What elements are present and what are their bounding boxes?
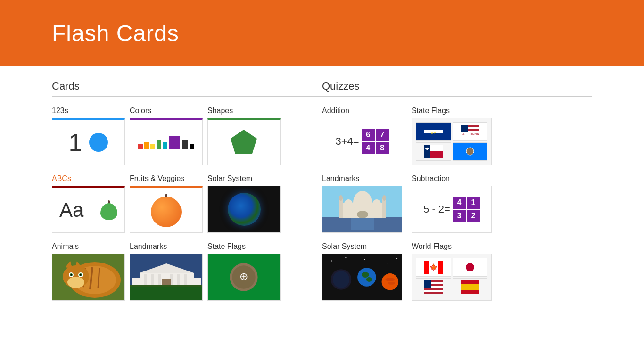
answer-4: 4 <box>362 142 375 154</box>
svg-rect-45 <box>424 145 430 158</box>
quiz-item-subtraction[interactable]: Subtraction 5 - 2= 4 1 3 2 <box>412 174 492 233</box>
subtraction-equation: 5 - 2= <box>423 203 450 215</box>
cs-orange <box>144 142 149 149</box>
flag-canada: 🍁 <box>416 258 451 277</box>
app-container: Flash Cards Cards 123s 1 Colors <box>0 0 644 324</box>
card-item-shapes[interactable]: Shapes <box>207 107 281 165</box>
svg-point-66 <box>364 259 365 260</box>
card-label-animals: Animals <box>52 242 125 251</box>
card-item-123s[interactable]: 123s 1 <box>52 107 125 165</box>
card-thumb-solar[interactable] <box>207 186 281 233</box>
cs-red <box>138 144 143 149</box>
svg-point-65 <box>345 257 346 258</box>
flag-usa <box>416 278 451 297</box>
sub-answer-2: 2 <box>467 210 480 222</box>
cs-green <box>157 140 161 149</box>
cs-black <box>190 144 194 149</box>
svg-marker-0 <box>231 130 257 154</box>
quiz-thumb-addition[interactable]: 3+4= 6 7 4 8 <box>322 118 402 165</box>
aa-text: Aa <box>59 199 83 222</box>
landmarks-quiz-icon <box>322 186 402 233</box>
app-title: Flash Cards <box>52 20 179 46</box>
svg-point-56 <box>372 199 381 213</box>
quiz-item-addition[interactable]: Addition 3+4= 6 7 4 8 <box>322 107 402 165</box>
quiz-item-landmarks[interactable]: Landmarks <box>322 174 402 233</box>
flag-cell-ca: CALIFORNIA <box>453 122 488 141</box>
card-label-colors: Colors <box>130 107 203 115</box>
flag-cell-tx <box>416 142 451 161</box>
svg-rect-19 <box>130 285 203 301</box>
card-item-stateflags[interactable]: State Flags ⊕ <box>207 242 281 301</box>
card-item-landmarks[interactable]: Landmarks <box>130 242 203 301</box>
quiz-thumb-subtraction[interactable]: 5 - 2= 4 1 3 2 <box>412 186 492 233</box>
card-thumb-fruits[interactable] <box>130 186 203 233</box>
card-thumb-landmarks[interactable] <box>130 254 203 301</box>
svg-point-75 <box>385 278 395 281</box>
wa-flag-icon: ⊕ <box>208 254 280 301</box>
quizzes-section: Quizzes Addition 3+4= 6 7 4 8 <box>322 80 592 310</box>
quiz-thumb-worldflags[interactable]: 🍁 <box>412 254 492 301</box>
card-thumb-shapes[interactable] <box>207 118 281 165</box>
cs-dark <box>182 140 188 149</box>
quiz-label-addition: Addition <box>322 107 402 115</box>
svg-point-76 <box>388 282 395 285</box>
content-area: Cards 123s 1 Colors <box>0 66 644 324</box>
answer-6: 6 <box>362 129 375 141</box>
svg-text:CALIFORNIA: CALIFORNIA <box>461 132 479 136</box>
card-item-solar[interactable]: Solar System <box>207 174 281 233</box>
svg-point-67 <box>387 263 388 263</box>
quiz-label-worldflags: World Flags <box>412 242 492 251</box>
quiz-item-worldflags[interactable]: World Flags 🍁 <box>412 242 492 301</box>
card-label-fruits: Fruits & Veggies <box>130 174 203 183</box>
quiz-label-solar: Solar System <box>322 242 402 251</box>
quizzes-grid: Addition 3+4= 6 7 4 8 State Flags <box>322 107 592 310</box>
card-thumb-animals[interactable] <box>52 254 125 301</box>
addition-equation: 3+4= <box>335 135 359 148</box>
quiz-item-stateflags[interactable]: State Flags WV CALIFORNIA <box>412 107 492 165</box>
quiz-thumb-solar[interactable] <box>322 254 402 301</box>
svg-text:⊕: ⊕ <box>239 271 248 282</box>
card-item-abcs[interactable]: ABCs Aa <box>52 174 125 233</box>
card-label-abcs: ABCs <box>52 174 125 183</box>
svg-point-17 <box>80 274 82 276</box>
card-item-colors[interactable]: Colors <box>130 107 203 165</box>
flag-cell-wv: WV <box>416 122 451 141</box>
cs-teal <box>163 142 167 149</box>
quiz-label-landmarks: Landmarks <box>322 174 402 183</box>
card-label-123s: 123s <box>52 107 125 115</box>
cards-divider <box>52 96 322 97</box>
number-one: 1 <box>69 130 83 155</box>
solar-quiz-icon <box>322 254 402 301</box>
svg-text:🍁: 🍁 <box>429 263 438 272</box>
quiz-thumb-landmarks[interactable] <box>322 186 402 233</box>
apple-icon <box>100 200 117 220</box>
card-item-animals[interactable]: Animals <box>52 242 125 301</box>
quiz-thumb-stateflags[interactable]: WV CALIFORNIA <box>412 118 492 165</box>
cards-section: Cards 123s 1 Colors <box>52 80 322 310</box>
svg-point-61 <box>357 211 368 218</box>
svg-point-50 <box>466 148 474 155</box>
whitehouse-icon <box>130 254 203 301</box>
card-thumb-123s[interactable]: 1 <box>52 118 125 165</box>
svg-point-73 <box>366 277 372 282</box>
card-thumb-abcs[interactable]: Aa <box>52 186 125 233</box>
card-item-fruits[interactable]: Fruits & Veggies <box>130 174 203 233</box>
quiz-item-solar[interactable]: Solar System <box>322 242 402 301</box>
card-thumb-stateflags[interactable]: ⊕ <box>207 254 281 301</box>
svg-rect-79 <box>438 261 443 274</box>
quiz-label-stateflags: State Flags <box>412 107 492 115</box>
svg-point-68 <box>396 258 397 259</box>
card-label-shapes: Shapes <box>207 107 281 115</box>
answer-7: 7 <box>376 129 389 141</box>
svg-rect-62 <box>351 218 374 230</box>
cards-section-title: Cards <box>52 80 322 92</box>
svg-point-59 <box>339 195 343 201</box>
card-thumb-colors[interactable] <box>130 118 203 165</box>
svg-text:WV: WV <box>431 131 437 134</box>
flag-cell-ok <box>453 142 488 161</box>
svg-rect-47 <box>430 151 443 158</box>
svg-point-14 <box>71 274 72 276</box>
quizzes-section-title: Quizzes <box>322 80 592 92</box>
svg-rect-31 <box>130 285 203 287</box>
flag-spain <box>453 278 488 297</box>
